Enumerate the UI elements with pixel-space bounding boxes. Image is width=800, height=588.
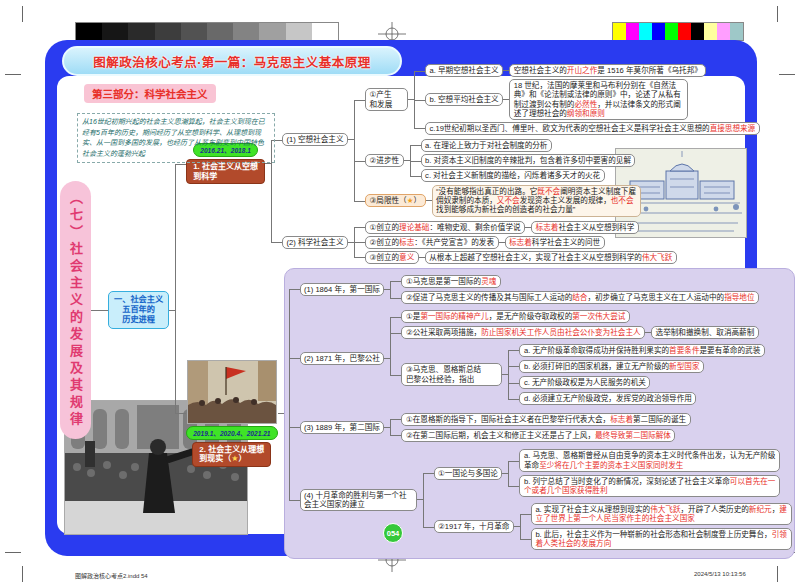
detail-october-a: a. 实现了社会主义从理想到现实的伟大飞跃，开辟了人类历史的新纪元，建立了世界上… (531, 503, 792, 525)
node-progressiveness: ②进步性 (365, 154, 404, 167)
node-one-country-theory: ①一国论与多国论 (434, 467, 503, 480)
crop-mark (5, 74, 21, 75)
detail-commune-a: ①是第一国际的精神产儿，是无产阶级夺取政权的第一次伟大尝试 (401, 310, 629, 323)
node-utopian-socialism: (1) 空想社会主义 (282, 133, 348, 146)
node-five-hundred-years: 一、社会主义 五百年的 历史进程 (108, 291, 169, 329)
detail-summary-a: a. 无产阶级革命取得成功并保持胜利果实的首要条件是要有革命的武装 (519, 344, 764, 357)
handwritten-note: 从16世纪初期兴起的社会主义思潮算起，社会主义到现在已经有5百年的历史，期间经历… (77, 113, 275, 163)
detail-first-intl-b: ②促进了马克思主义的传播及其与国际工人运动的结合，初步确立了马克思主义在工人运动… (401, 291, 759, 304)
detail-founding-mark: 标志着科学社会主义的问世 (505, 236, 605, 249)
detail-commune-b: ②公社采取两项措施，防止国家机关工作人员由社会公仆变为社会主人 (401, 326, 645, 339)
detail-summary-d: d. 必须建立无产阶级政党，发挥党的政治领导作用 (519, 392, 696, 405)
node-limitations: ③局限性（★） (365, 194, 426, 207)
node-october-revolution: (4) 十月革命的胜利与第一个社会主义国家的建立 (300, 489, 417, 511)
detail-theory-basis: 标志着社会主义从空想到科学 (531, 221, 639, 234)
connector (419, 257, 425, 258)
detail-early-utopia: 空想社会主义的开山之作是 1516 年莫尔所著《乌托邦》 (509, 64, 706, 77)
node-1917-october: ②1917 年，十月革命 (434, 520, 514, 533)
footer-filename: 图解政治核心考点2.indd 54 (75, 571, 148, 580)
detail-second-intl-b: ②在第二国际后期，机会主义和修正主义还是占了上风，最终导致第二国际解体 (401, 429, 675, 442)
detail-summary-b: b. 必须打碎旧的国家机器，建立无产阶级的新型国家 (519, 360, 704, 373)
crop-mark (22, 6, 23, 22)
detail-progress-a: a. 在理论上致力于对社会制度的分析 (421, 139, 552, 152)
node-marx-engels-summary: ③马克思、恩格斯总结 巴黎公社经验，指出 (401, 363, 502, 385)
detail-19th-century-utopia: c.19世纪初期以圣西门、傅里叶、欧文为代表的空想社会主义是科学社会主义思想的直… (425, 122, 760, 135)
connector (426, 200, 432, 201)
detail-summary-c: c. 无产阶级政权是为人民服务的机关 (519, 376, 650, 389)
footer-timestamp: 2024/5/13 10:13:56 (694, 571, 746, 577)
crop-mark (777, 566, 778, 582)
color-bar (612, 22, 744, 41)
detail-progress-b: b. 对资本主义旧制度的辛辣批判，包含着许多切中要害的见解 (421, 154, 636, 167)
node-scientific-socialism: (2) 科学社会主义 (282, 236, 348, 249)
root-node: （七）社会主义的发展及其规律 (60, 181, 91, 439)
page-number-badge: 054 (383, 523, 403, 543)
detail-october-b: b. 此后，社会主义作为一种崭新的社会形态和社会制度登上历史舞台，引领着人类社会… (531, 528, 792, 550)
history-panel: (1) 1864 年，第一国际 ①马克思是第一国际的灵魂 ②促进了马克思主义的传… (284, 268, 795, 559)
connector (278, 413, 284, 414)
page-title: 图解政治核心考点·第一篇：马克思主义基本原理 (62, 46, 402, 76)
detail-founding-meaning: 从根本上超越了空想社会主义，实现了社会主义从空想到科学的伟大飞跃 (425, 251, 677, 264)
crop-mark (22, 566, 23, 582)
node-second-international: (3) 1889 年，第二国际 (300, 421, 385, 434)
node-theory-basis: ①创立的理论基础：唯物史观、剩余价值学说 (365, 221, 525, 234)
crop-mark (777, 6, 778, 22)
node-first-international: (1) 1864 年，第一国际 (300, 283, 385, 296)
node-paris-commune: (2) 1871 年，巴黎公社 (300, 352, 385, 365)
detail-one-country-b: b. 列宁总结了当时变化了的新情况，深刻论述了社会主义革命可以首先在一个或者几个… (519, 475, 780, 497)
node-ideal-to-reality: 2. 社会主义从理想 到现实（★） (192, 442, 271, 467)
book-page: { "print": { "gray": ["#000000","#161616… (0, 0, 800, 588)
node-early-utopia: a. 早期空想社会主义 (425, 64, 503, 77)
detail-progress-c: c. 对社会主义新制度的描绘，闪烁着诸多天才的火花 (421, 169, 605, 182)
revolution-painting (187, 360, 277, 424)
detail-commune-measures: 选举制和撤换制、取消高薪制 (651, 326, 759, 339)
detail-first-intl-a: ①马克思是第一国际的灵魂 (401, 275, 500, 288)
crop-mark (5, 552, 21, 553)
node-origin-development: ①产生 和发展 (365, 88, 408, 110)
detail-second-intl-a: ①在恩格斯的指导下，国际社会主义者在巴黎举行代表大会，标志着第二国际的诞生 (401, 413, 690, 426)
node-egalitarian-utopia: b. 空想平均社会主义 (425, 93, 503, 106)
branch2-root: 2019.1、2020.4、2021.21 2. 社会主义从理想 到现实（★） (186, 360, 277, 467)
connector (499, 242, 505, 243)
exam-year-badge: 2019.1、2020.4、2021.21 (186, 426, 277, 440)
part-label: 第三部分：科学社会主义 (84, 84, 216, 103)
detail-one-country-a: a. 马克思、恩格斯曾经从自由竞争的资本主义时代条件出发，认为无产阶级革命至少将… (519, 449, 780, 471)
detail-egalitarian-utopia: 18 世纪，法国的摩莱里和马布利分别在《自然法典》和《论法制或法律的原则》中，论… (509, 79, 688, 119)
limitations-quote: “没有能够指出真正的出路。它既不会阐明资本主义制度下雇佣奴隶制的本质，又不会发现… (432, 185, 641, 216)
node-founding-meaning: ③创立的意义 (365, 251, 419, 264)
grayscale-bar (75, 22, 339, 41)
node-founding-mark: ②创立的标志：《共产党宣言》的发表 (365, 236, 499, 249)
